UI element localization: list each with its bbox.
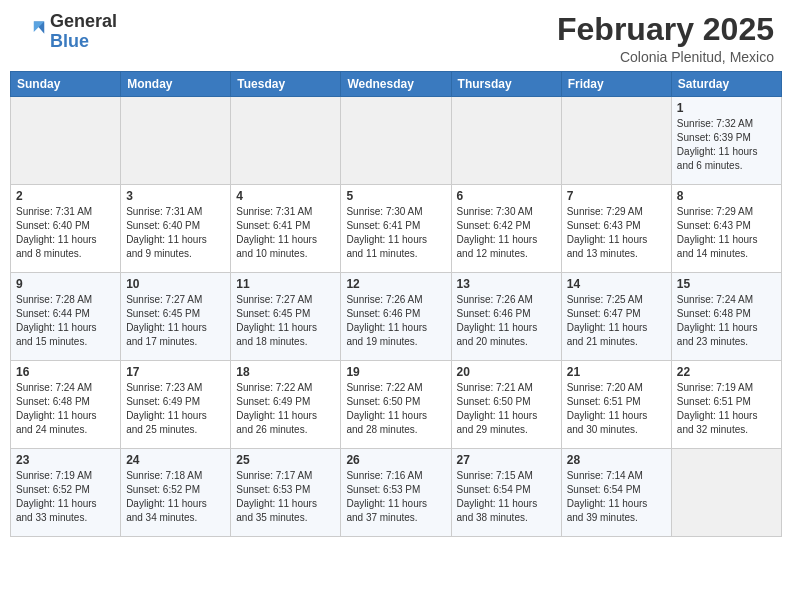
calendar-cell	[451, 97, 561, 185]
day-info: Sunrise: 7:27 AMSunset: 6:45 PMDaylight:…	[126, 293, 225, 349]
week-row-3: 9Sunrise: 7:28 AMSunset: 6:44 PMDaylight…	[11, 273, 782, 361]
day-number: 27	[457, 453, 556, 467]
day-number: 14	[567, 277, 666, 291]
day-info: Sunrise: 7:18 AMSunset: 6:52 PMDaylight:…	[126, 469, 225, 525]
day-number: 19	[346, 365, 445, 379]
day-info: Sunrise: 7:27 AMSunset: 6:45 PMDaylight:…	[236, 293, 335, 349]
day-info: Sunrise: 7:24 AMSunset: 6:48 PMDaylight:…	[16, 381, 115, 437]
day-number: 23	[16, 453, 115, 467]
header-day-sunday: Sunday	[11, 72, 121, 97]
calendar-cell: 16Sunrise: 7:24 AMSunset: 6:48 PMDayligh…	[11, 361, 121, 449]
day-info: Sunrise: 7:14 AMSunset: 6:54 PMDaylight:…	[567, 469, 666, 525]
day-info: Sunrise: 7:22 AMSunset: 6:49 PMDaylight:…	[236, 381, 335, 437]
day-number: 4	[236, 189, 335, 203]
day-info: Sunrise: 7:29 AMSunset: 6:43 PMDaylight:…	[567, 205, 666, 261]
calendar-cell: 12Sunrise: 7:26 AMSunset: 6:46 PMDayligh…	[341, 273, 451, 361]
day-number: 22	[677, 365, 776, 379]
header-row: SundayMondayTuesdayWednesdayThursdayFrid…	[11, 72, 782, 97]
calendar-cell: 20Sunrise: 7:21 AMSunset: 6:50 PMDayligh…	[451, 361, 561, 449]
header-day-saturday: Saturday	[671, 72, 781, 97]
logo-icon	[18, 18, 46, 46]
day-number: 9	[16, 277, 115, 291]
calendar-cell: 18Sunrise: 7:22 AMSunset: 6:49 PMDayligh…	[231, 361, 341, 449]
day-number: 3	[126, 189, 225, 203]
day-info: Sunrise: 7:31 AMSunset: 6:40 PMDaylight:…	[16, 205, 115, 261]
calendar-cell: 2Sunrise: 7:31 AMSunset: 6:40 PMDaylight…	[11, 185, 121, 273]
day-info: Sunrise: 7:26 AMSunset: 6:46 PMDaylight:…	[346, 293, 445, 349]
calendar-cell: 13Sunrise: 7:26 AMSunset: 6:46 PMDayligh…	[451, 273, 561, 361]
header-day-monday: Monday	[121, 72, 231, 97]
day-number: 21	[567, 365, 666, 379]
calendar-cell: 23Sunrise: 7:19 AMSunset: 6:52 PMDayligh…	[11, 449, 121, 537]
logo-text: General Blue	[50, 12, 117, 52]
title-block: February 2025 Colonia Plenitud, Mexico	[557, 12, 774, 65]
calendar-cell: 28Sunrise: 7:14 AMSunset: 6:54 PMDayligh…	[561, 449, 671, 537]
calendar-cell: 24Sunrise: 7:18 AMSunset: 6:52 PMDayligh…	[121, 449, 231, 537]
calendar-cell: 11Sunrise: 7:27 AMSunset: 6:45 PMDayligh…	[231, 273, 341, 361]
header-day-wednesday: Wednesday	[341, 72, 451, 97]
calendar-cell: 21Sunrise: 7:20 AMSunset: 6:51 PMDayligh…	[561, 361, 671, 449]
day-number: 16	[16, 365, 115, 379]
day-info: Sunrise: 7:19 AMSunset: 6:52 PMDaylight:…	[16, 469, 115, 525]
day-info: Sunrise: 7:16 AMSunset: 6:53 PMDaylight:…	[346, 469, 445, 525]
header: General Blue February 2025 Colonia Pleni…	[0, 0, 792, 71]
calendar-cell	[671, 449, 781, 537]
calendar: SundayMondayTuesdayWednesdayThursdayFrid…	[0, 71, 792, 612]
day-info: Sunrise: 7:21 AMSunset: 6:50 PMDaylight:…	[457, 381, 556, 437]
calendar-cell	[231, 97, 341, 185]
day-number: 6	[457, 189, 556, 203]
calendar-header: SundayMondayTuesdayWednesdayThursdayFrid…	[11, 72, 782, 97]
calendar-cell	[11, 97, 121, 185]
calendar-cell: 3Sunrise: 7:31 AMSunset: 6:40 PMDaylight…	[121, 185, 231, 273]
calendar-cell	[341, 97, 451, 185]
day-number: 26	[346, 453, 445, 467]
day-info: Sunrise: 7:31 AMSunset: 6:41 PMDaylight:…	[236, 205, 335, 261]
day-number: 5	[346, 189, 445, 203]
day-number: 17	[126, 365, 225, 379]
logo: General Blue	[18, 12, 117, 52]
day-number: 11	[236, 277, 335, 291]
day-number: 7	[567, 189, 666, 203]
calendar-cell: 1Sunrise: 7:32 AMSunset: 6:39 PMDaylight…	[671, 97, 781, 185]
calendar-cell	[121, 97, 231, 185]
month-title: February 2025	[557, 12, 774, 47]
day-number: 13	[457, 277, 556, 291]
day-info: Sunrise: 7:25 AMSunset: 6:47 PMDaylight:…	[567, 293, 666, 349]
day-number: 8	[677, 189, 776, 203]
location-subtitle: Colonia Plenitud, Mexico	[557, 49, 774, 65]
header-day-tuesday: Tuesday	[231, 72, 341, 97]
logo-blue: Blue	[50, 32, 117, 52]
day-number: 18	[236, 365, 335, 379]
calendar-cell	[561, 97, 671, 185]
calendar-cell: 5Sunrise: 7:30 AMSunset: 6:41 PMDaylight…	[341, 185, 451, 273]
day-info: Sunrise: 7:31 AMSunset: 6:40 PMDaylight:…	[126, 205, 225, 261]
day-number: 2	[16, 189, 115, 203]
day-number: 20	[457, 365, 556, 379]
calendar-cell: 22Sunrise: 7:19 AMSunset: 6:51 PMDayligh…	[671, 361, 781, 449]
day-info: Sunrise: 7:30 AMSunset: 6:42 PMDaylight:…	[457, 205, 556, 261]
day-info: Sunrise: 7:32 AMSunset: 6:39 PMDaylight:…	[677, 117, 776, 173]
day-info: Sunrise: 7:15 AMSunset: 6:54 PMDaylight:…	[457, 469, 556, 525]
calendar-cell: 14Sunrise: 7:25 AMSunset: 6:47 PMDayligh…	[561, 273, 671, 361]
day-info: Sunrise: 7:28 AMSunset: 6:44 PMDaylight:…	[16, 293, 115, 349]
day-info: Sunrise: 7:29 AMSunset: 6:43 PMDaylight:…	[677, 205, 776, 261]
day-number: 12	[346, 277, 445, 291]
calendar-cell: 27Sunrise: 7:15 AMSunset: 6:54 PMDayligh…	[451, 449, 561, 537]
day-info: Sunrise: 7:30 AMSunset: 6:41 PMDaylight:…	[346, 205, 445, 261]
calendar-table: SundayMondayTuesdayWednesdayThursdayFrid…	[10, 71, 782, 537]
day-number: 24	[126, 453, 225, 467]
week-row-2: 2Sunrise: 7:31 AMSunset: 6:40 PMDaylight…	[11, 185, 782, 273]
calendar-cell: 15Sunrise: 7:24 AMSunset: 6:48 PMDayligh…	[671, 273, 781, 361]
page: General Blue February 2025 Colonia Pleni…	[0, 0, 792, 612]
day-info: Sunrise: 7:23 AMSunset: 6:49 PMDaylight:…	[126, 381, 225, 437]
calendar-cell: 25Sunrise: 7:17 AMSunset: 6:53 PMDayligh…	[231, 449, 341, 537]
header-day-friday: Friday	[561, 72, 671, 97]
day-info: Sunrise: 7:26 AMSunset: 6:46 PMDaylight:…	[457, 293, 556, 349]
calendar-cell: 7Sunrise: 7:29 AMSunset: 6:43 PMDaylight…	[561, 185, 671, 273]
day-info: Sunrise: 7:20 AMSunset: 6:51 PMDaylight:…	[567, 381, 666, 437]
calendar-cell: 10Sunrise: 7:27 AMSunset: 6:45 PMDayligh…	[121, 273, 231, 361]
week-row-4: 16Sunrise: 7:24 AMSunset: 6:48 PMDayligh…	[11, 361, 782, 449]
day-info: Sunrise: 7:22 AMSunset: 6:50 PMDaylight:…	[346, 381, 445, 437]
calendar-body: 1Sunrise: 7:32 AMSunset: 6:39 PMDaylight…	[11, 97, 782, 537]
calendar-cell: 9Sunrise: 7:28 AMSunset: 6:44 PMDaylight…	[11, 273, 121, 361]
